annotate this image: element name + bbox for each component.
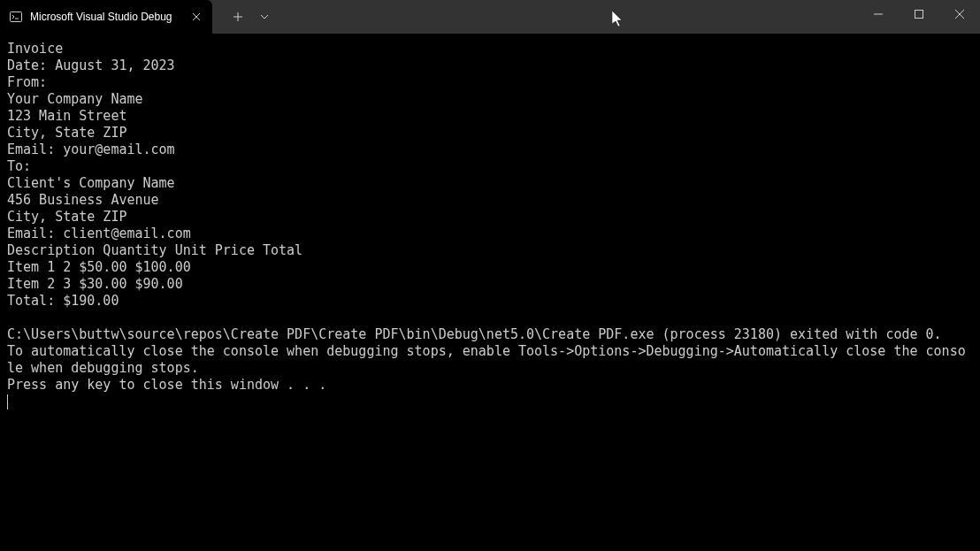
tab-close-button[interactable]: [189, 10, 203, 24]
svg-rect-0: [11, 12, 22, 22]
tab-dropdown-button[interactable]: [251, 4, 278, 30]
svg-rect-7: [915, 11, 923, 19]
tab-title: Microsoft Visual Studio Debug: [30, 11, 179, 23]
terminal-output[interactable]: Invoice Date: August 31, 2023 From: Your…: [0, 34, 980, 417]
window-controls: [858, 0, 980, 28]
maximize-button[interactable]: [899, 0, 939, 28]
titlebar: Microsoft Visual Studio Debug: [0, 0, 980, 34]
text-cursor: [7, 394, 8, 409]
tab-active[interactable]: Microsoft Visual Studio Debug: [0, 0, 212, 34]
terminal-text: Invoice Date: August 31, 2023 From: Your…: [7, 41, 966, 393]
close-window-button[interactable]: [939, 0, 980, 28]
minimize-button[interactable]: [858, 0, 899, 28]
new-tab-button[interactable]: [225, 4, 251, 30]
terminal-icon: [9, 10, 23, 24]
